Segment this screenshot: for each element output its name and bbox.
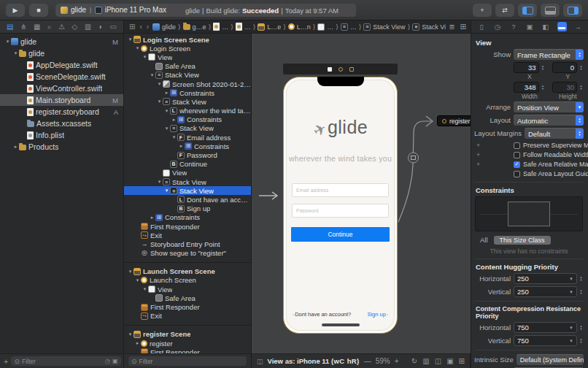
view-controller-dock-icon[interactable] (328, 67, 332, 72)
toggle-debug-area-button[interactable] (541, 4, 560, 17)
file-inspector-tab[interactable]: ▯ (477, 23, 487, 31)
scheme-selector[interactable]: glide ⟩ iPhone 11 Pro Max (55, 4, 171, 17)
breadcrumb-item[interactable]: ≡Stack View (363, 23, 405, 31)
quick-help-inspector-tab[interactable]: ? (509, 23, 519, 31)
outline-row[interactable]: ↪Exit (124, 312, 251, 321)
outline-row[interactable]: ▾Login Screen (124, 44, 251, 53)
toggle-inspector-button[interactable] (563, 4, 582, 17)
outline-row[interactable]: ◎Show segue to "register" (124, 249, 251, 258)
history-inspector-tab[interactable]: ◷ (493, 23, 503, 31)
arrange-dropdown[interactable]: Position View ▼ (514, 101, 584, 112)
outline-row[interactable]: View (124, 169, 251, 177)
segment-all[interactable]: All (480, 236, 488, 244)
stepper-icon[interactable]: ▲▼ (576, 50, 584, 61)
outline-row[interactable]: ▾register Scene (124, 330, 251, 339)
connections-inspector-tab[interactable]: → (573, 23, 583, 31)
disclosure-open-icon[interactable]: ▾ (127, 269, 134, 275)
email-field[interactable]: Email address (292, 183, 389, 197)
library-add-button[interactable]: + (473, 4, 492, 17)
file-row[interactable]: ▾glideM (0, 36, 123, 47)
source-control-navigator-icon[interactable]: ⋔ (20, 23, 26, 31)
embed-in-stack-icon[interactable]: ▥ (422, 357, 429, 365)
disclosure-closed-icon[interactable]: ▸ (163, 90, 170, 96)
priority-combo[interactable]: 250▼ (514, 273, 577, 284)
priority-combo[interactable]: 750▼ (514, 322, 577, 333)
breadcrumb-item[interactable]: ≡… (341, 23, 357, 31)
outline-row[interactable]: ▾View (124, 53, 251, 61)
chevron-down-icon[interactable]: ▼ (569, 290, 573, 294)
stop-button[interactable]: ■ (29, 4, 48, 17)
toggle-navigator-button[interactable] (518, 4, 537, 17)
layout-margins-dropdown[interactable]: Default ▲▼ (525, 128, 584, 139)
debug-navigator-icon[interactable]: ▥ (85, 23, 91, 31)
intrinsic-size-dropdown[interactable]: Default (System Defined) ▲▼ (517, 354, 584, 365)
disclosure-open-icon[interactable]: ▾ (127, 331, 134, 337)
breadcrumb-item[interactable]: L…n (288, 23, 311, 31)
view-as-label[interactable]: View as: iPhone 11 (wC hR) (268, 357, 360, 365)
scene-dock[interactable] (283, 64, 398, 74)
show-dropdown[interactable]: Frame Rectangle ▲▼ (514, 49, 584, 60)
outline-row[interactable]: ▾Launch Screen (124, 276, 251, 285)
outline-row[interactable]: ↪Exit (124, 231, 251, 239)
login-screen-view[interactable]: ✈glide wherever the wind takes you Email… (286, 80, 395, 331)
outline-row[interactable]: ▸register (124, 339, 251, 348)
password-field[interactable]: Password (292, 204, 389, 218)
breadcrumb-item[interactable]: glide (152, 23, 176, 31)
stepper-icon[interactable]: ▲▼ (576, 129, 584, 139)
file-row[interactable]: AppDelegate.swift (0, 59, 123, 71)
recent-files-icon[interactable]: ◷ (105, 358, 110, 364)
breadcrumb-item[interactable]: … (213, 23, 228, 31)
disclosure-open-icon[interactable]: ▾ (142, 54, 148, 60)
attributes-inspector-tab[interactable]: ◧ (541, 23, 551, 31)
editor-mode-button[interactable]: ⇄ (495, 4, 514, 17)
add-file-button[interactable]: + (4, 357, 8, 366)
stepper-icon[interactable]: ▲▼ (579, 338, 584, 344)
signup-button[interactable]: Sign up (367, 311, 388, 318)
stepper-icon[interactable]: ▲▼ (576, 115, 584, 126)
file-row[interactable]: Main.storyboardM (0, 94, 123, 106)
outline-row[interactable]: ▾≡Stack View (124, 71, 251, 80)
outline-row[interactable]: BContinue (124, 160, 251, 169)
forward-button[interactable]: › (146, 23, 150, 31)
stepper-icon[interactable]: ▲▼ (579, 65, 584, 71)
outline-filter-field[interactable]: ⊙ (128, 356, 247, 366)
breadcrumb-item[interactable]: L…e (258, 23, 281, 31)
file-row[interactable]: ViewController.swift (0, 83, 123, 94)
zoom-in-button[interactable]: + (395, 357, 399, 365)
chevron-down-icon[interactable]: ▼ (576, 102, 584, 113)
disclosure-open-icon[interactable]: ▾ (163, 108, 170, 114)
add-constraint-plus-icon[interactable]: + (476, 151, 480, 158)
outline-row[interactable]: BSign up (124, 204, 251, 213)
disclosure-open-icon[interactable]: ▾ (156, 179, 163, 185)
outline-row[interactable]: First Responder (124, 222, 251, 231)
add-constraint-plus-icon[interactable]: + (476, 161, 480, 168)
add-constraints-icon[interactable]: ▣ (446, 357, 453, 365)
add-constraint-plus-icon[interactable]: + (476, 142, 480, 149)
breadcrumb-item[interactable]: g…e (183, 23, 206, 31)
outline-row[interactable]: ▸⊞Constraints (124, 88, 251, 97)
disclosure-open-icon[interactable]: ▾ (171, 134, 177, 140)
breadcrumb-item[interactable]: ≡Stack View (412, 23, 446, 31)
document-outline-toggle-icon[interactable]: ≣ (449, 23, 454, 31)
outline-row[interactable]: Safe Area (124, 294, 251, 302)
chevron-down-icon[interactable]: ▼ (569, 277, 573, 281)
no-account-label[interactable]: Dont have an account? (293, 311, 351, 318)
chevron-down-icon[interactable]: ▼ (569, 339, 573, 343)
disclosure-open-icon[interactable]: ▾ (127, 37, 134, 42)
stepper-icon[interactable]: ▲▼ (579, 85, 584, 91)
disclosure-open-icon[interactable]: ▾ (12, 50, 19, 56)
x-field[interactable]: 33 ▲▼ (514, 62, 546, 73)
register-scene-badge[interactable]: register (437, 115, 471, 126)
resolve-autolayout-icon[interactable]: ⊞ (459, 357, 465, 365)
disclosure-open-icon[interactable]: ▾ (142, 286, 148, 292)
outline-row[interactable]: ▾≡Stack View (124, 177, 251, 186)
outline-row[interactable]: LDont have an acco… (124, 195, 251, 204)
disclosure-closed-icon[interactable]: ▸ (178, 143, 185, 149)
outline-row[interactable]: ▾FEmail address (124, 133, 251, 142)
outline-toggle-icon[interactable]: ◫ (257, 358, 263, 365)
disclosure-open-icon[interactable]: ▾ (134, 277, 141, 283)
source-control-status-icon[interactable]: ▣ (112, 358, 118, 364)
outline-row[interactable]: First Responder (124, 302, 251, 311)
outline-row[interactable]: ▾Login Screen Scene (124, 35, 251, 44)
tagline-label[interactable]: wherever the wind takes you (287, 154, 394, 163)
